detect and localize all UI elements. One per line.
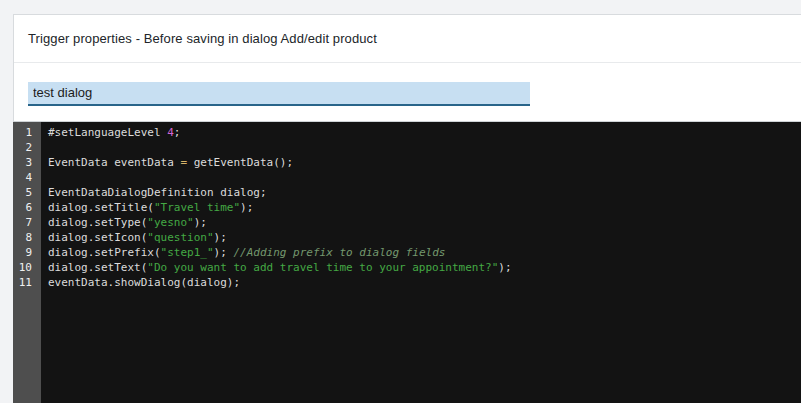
line-number: 2 [13,140,32,155]
code-token-plain: eventData.showDialog(dialog); [48,276,240,289]
code-line: dialog.setType("yesno"); [48,215,801,230]
dialog-header: Trigger properties - Before saving in di… [14,15,801,63]
code-token-string: "step1_" [161,246,214,259]
trigger-properties-dialog: Trigger properties - Before saving in di… [13,14,801,403]
code-token-plain: ); [498,261,511,274]
line-number: 9 [13,245,32,260]
line-number: 6 [13,200,32,215]
code-token-plain: ; [174,126,181,139]
code-line: dialog.setText("Do you want to add trave… [48,260,801,275]
code-token-plain: dialog.setPrefix( [48,246,161,259]
page-background: { "window": { "title": "Trigger properti… [0,0,801,403]
code-token-plain: dialog.setTitle( [48,201,154,214]
code-token-plain: dialog.setText( [48,261,147,274]
code-token-string: "yesno" [147,216,193,229]
code-line: dialog.setPrefix("step1_"); //Adding pre… [48,245,801,260]
code-line: dialog.setIcon("question"); [48,230,801,245]
code-editor[interactable]: 1234567891011 #setLanguageLevel 4;EventD… [13,121,801,403]
line-number: 8 [13,230,32,245]
code-token-plain: ); [214,231,227,244]
trigger-name-section [14,63,801,121]
code-token-string: "Do you want to add travel time to your … [147,261,498,274]
code-token-plain: dialog.setIcon( [48,231,147,244]
code-token-string: "Travel time" [154,201,240,214]
code-token-string: "question" [147,231,213,244]
code-line [48,140,801,155]
code-line [48,170,801,185]
code-token-plain: getEventData(); [187,156,293,169]
line-number: 10 [13,260,32,275]
dialog-title: Trigger properties - Before saving in di… [28,31,377,46]
code-token-plain: ); [214,246,234,259]
line-number: 11 [13,275,32,290]
code-line: EventDataDialogDefinition dialog; [48,185,801,200]
code-line: EventData eventData = getEventData(); [48,155,801,170]
code-content[interactable]: #setLanguageLevel 4;EventData eventData … [41,122,801,403]
code-token-plain: ); [194,216,207,229]
code-line: #setLanguageLevel 4; [48,125,801,140]
line-number: 3 [13,155,32,170]
code-token-plain: EventData eventData [48,156,180,169]
editor-gutter: 1234567891011 [13,122,41,403]
code-token-comment: //Adding prefix to dialog fields [233,246,445,259]
line-number: 4 [13,170,32,185]
code-line: dialog.setTitle("Travel time"); [48,200,801,215]
code-token-plain: EventDataDialogDefinition dialog; [48,186,267,199]
line-number: 5 [13,185,32,200]
trigger-name-input[interactable] [28,82,530,106]
line-number: 7 [13,215,32,230]
code-token-plain: #setLanguageLevel [48,126,167,139]
code-token-plain: dialog.setType( [48,216,147,229]
code-line: eventData.showDialog(dialog); [48,275,801,290]
code-token-plain: ); [240,201,253,214]
code-token-number: 4 [167,126,174,139]
line-number: 1 [13,125,32,140]
